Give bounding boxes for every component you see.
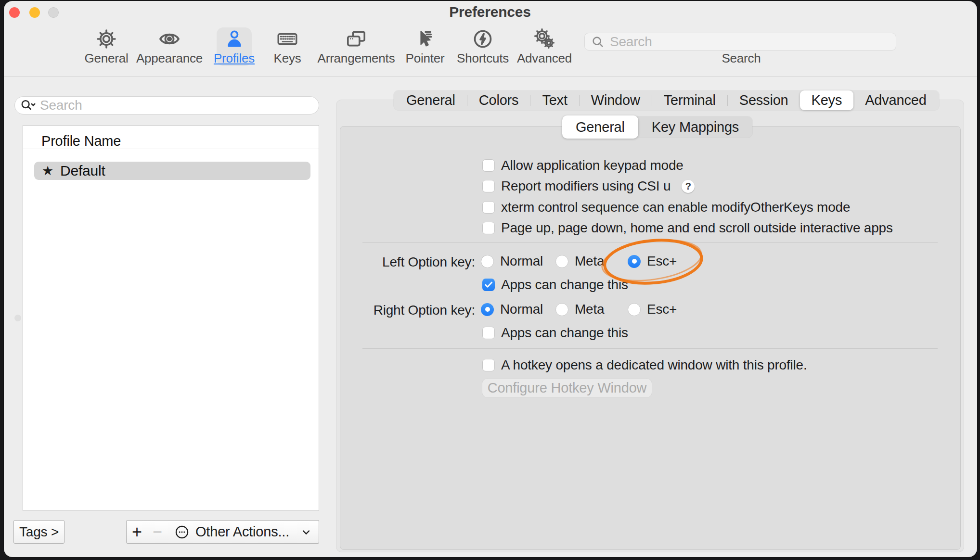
- radio-right-normal[interactable]: Normal: [481, 303, 543, 316]
- toolbar-search-label: Search: [698, 51, 785, 66]
- profile-search-input[interactable]: Search: [14, 96, 319, 115]
- toolbar-label: Appearance: [136, 51, 203, 66]
- tab-session[interactable]: Session: [728, 90, 800, 110]
- radio-left-esc[interactable]: Esc+: [628, 255, 677, 268]
- other-actions-dropdown[interactable]: Other Actions...: [168, 520, 319, 544]
- profile-row-default[interactable]: ★ Default: [34, 162, 310, 180]
- checkbox-unchecked[interactable]: [482, 359, 495, 371]
- keys-subtab-bar: General Key Mappings: [562, 116, 752, 138]
- toolbar-label: Shortcuts: [457, 51, 509, 66]
- gears-icon: [533, 27, 556, 51]
- toolbar-item-keys[interactable]: Keys: [256, 27, 319, 66]
- toolbar-item-arrangements[interactable]: Arrangements: [320, 27, 392, 66]
- toolbar-item-profiles[interactable]: Profiles: [217, 27, 252, 66]
- tab-text[interactable]: Text: [530, 90, 579, 110]
- checkbox-label: xterm control sequence can enable modify…: [501, 200, 850, 215]
- radio-label: Esc+: [647, 254, 677, 269]
- checkbox-unchecked[interactable]: [482, 201, 495, 214]
- toolbar-label: Pointer: [406, 51, 445, 66]
- radio-unselected[interactable]: [481, 255, 494, 268]
- radio-selected[interactable]: [628, 255, 641, 268]
- cursor-icon: [414, 27, 436, 51]
- checkbox-row-csi-u[interactable]: Report modifiers using CSI u ?: [482, 179, 695, 193]
- help-button[interactable]: ?: [682, 180, 695, 193]
- list-header-divider: [23, 149, 319, 149]
- checkbox-unchecked[interactable]: [482, 327, 495, 339]
- toolbar-item-pointer[interactable]: Pointer: [394, 27, 456, 66]
- toolbar-item-general[interactable]: General: [75, 27, 138, 66]
- remove-profile-button[interactable]: −: [147, 520, 168, 544]
- toolbar-item-shortcuts[interactable]: Shortcuts: [451, 27, 514, 66]
- radio-left-normal[interactable]: Normal: [481, 255, 543, 268]
- person-icon: [223, 27, 245, 51]
- checkbox-label: Allow application keypad mode: [501, 158, 683, 173]
- toolbar-label: Keys: [273, 51, 301, 66]
- keyboard-icon: [276, 27, 299, 51]
- windows-icon: [345, 27, 368, 51]
- checkbox-unchecked[interactable]: [482, 180, 495, 192]
- toolbar-label: Advanced: [517, 51, 572, 66]
- radio-selected[interactable]: [481, 303, 494, 316]
- radio-label: Esc+: [647, 302, 677, 317]
- section-divider: [362, 242, 938, 243]
- radio-right-meta[interactable]: Meta: [555, 303, 604, 316]
- toolbar-label: Arrangements: [318, 51, 395, 66]
- preferences-window: Preferences General Appearance Profiles: [4, 1, 977, 557]
- search-icon: [591, 35, 605, 49]
- toolbar-search-input[interactable]: Search: [584, 33, 896, 51]
- profile-tab-bar: General Colors Text Window Terminal Sess…: [394, 90, 939, 110]
- checkbox-checked[interactable]: [482, 279, 495, 291]
- subtab-key-mappings[interactable]: Key Mappings: [638, 116, 752, 138]
- profile-list-header: Profile Name: [41, 133, 121, 149]
- checkbox-row-scroll-outside[interactable]: Page up, page down, home and end scroll …: [482, 221, 893, 235]
- profile-search-placeholder: Search: [40, 98, 82, 113]
- radio-unselected[interactable]: [555, 255, 568, 268]
- tags-button[interactable]: Tags >: [13, 520, 64, 544]
- add-profile-button[interactable]: +: [126, 520, 148, 544]
- toolbar-item-appearance[interactable]: Appearance: [138, 27, 201, 66]
- checkbox-row-right-apps-can-change[interactable]: Apps can change this: [482, 326, 628, 340]
- checkbox-label: Apps can change this: [501, 277, 628, 293]
- radio-label: Meta: [575, 302, 604, 317]
- radio-left-meta[interactable]: Meta: [555, 255, 604, 268]
- checkbox-row-left-apps-can-change[interactable]: Apps can change this: [482, 278, 628, 292]
- profile-name: Default: [60, 163, 105, 179]
- gear-icon: [95, 27, 117, 51]
- tab-colors[interactable]: Colors: [467, 90, 530, 110]
- tab-advanced[interactable]: Advanced: [853, 90, 938, 110]
- radio-label: Normal: [500, 254, 543, 269]
- toolbar-divider: [4, 76, 977, 77]
- checkbox-unchecked[interactable]: [482, 222, 495, 234]
- tab-general[interactable]: General: [395, 90, 467, 110]
- toolbar-label: Profiles: [214, 51, 255, 66]
- other-actions-label: Other Actions...: [195, 524, 295, 540]
- checkbox-unchecked[interactable]: [482, 159, 495, 172]
- checkbox-row-hotkey-window[interactable]: A hotkey opens a dedicated window with t…: [482, 358, 807, 372]
- profile-list: Profile Name ★ Default: [23, 125, 319, 511]
- radio-right-esc[interactable]: Esc+: [628, 303, 677, 316]
- configure-hotkey-window-button: Configure Hotkey Window: [482, 379, 652, 397]
- checkbox-label: Apps can change this: [501, 325, 628, 341]
- pane-splitter-handle[interactable]: [14, 315, 21, 321]
- left-option-key-label: Left Option key:: [335, 255, 475, 270]
- right-option-key-label: Right Option key:: [335, 303, 475, 318]
- subtab-general[interactable]: General: [562, 115, 638, 139]
- checkbox-row-modify-other-keys[interactable]: xterm control sequence can enable modify…: [482, 201, 850, 214]
- tab-keys[interactable]: Keys: [800, 90, 854, 110]
- radio-unselected[interactable]: [628, 303, 641, 316]
- search-filter-icon: [20, 98, 36, 113]
- window-title: Preferences: [4, 4, 977, 20]
- eye-icon: [158, 27, 181, 51]
- checkbox-label: A hotkey opens a dedicated window with t…: [501, 357, 807, 373]
- star-icon: ★: [42, 165, 53, 178]
- radio-unselected[interactable]: [555, 303, 568, 316]
- checkbox-label: Page up, page down, home and end scroll …: [501, 220, 893, 236]
- tab-window[interactable]: Window: [580, 90, 652, 110]
- toolbar-item-advanced[interactable]: Advanced: [513, 27, 576, 66]
- tab-terminal[interactable]: Terminal: [652, 90, 727, 110]
- radio-label: Meta: [575, 254, 604, 269]
- checkbox-row-keypad-mode[interactable]: Allow application keypad mode: [482, 159, 683, 172]
- radio-label: Normal: [500, 302, 543, 317]
- toolbar-search-placeholder: Search: [610, 34, 652, 50]
- ellipsis-circle-icon: [174, 524, 190, 540]
